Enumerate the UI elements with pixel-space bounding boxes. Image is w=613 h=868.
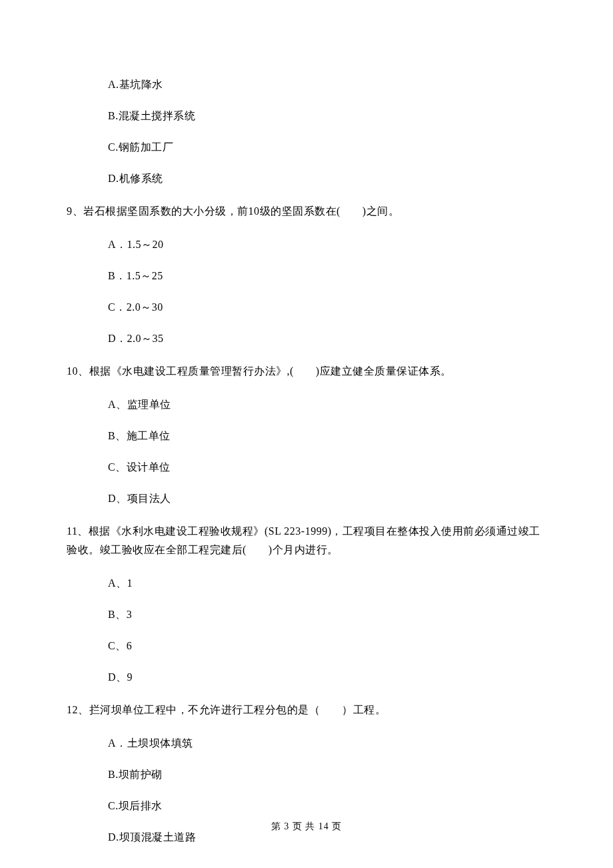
q11-option-b: B、3	[67, 607, 546, 623]
q8-option-d: D.机修系统	[67, 171, 546, 187]
q8-option-a: A.基坑降水	[67, 77, 546, 93]
q8-option-b: B.混凝土搅拌系统	[67, 108, 546, 124]
q11-text: 11、根据《水利水电建设工程验收规程》(SL 223-1999)，工程项目在整体…	[67, 522, 546, 561]
q10-option-d: D、项目法人	[67, 491, 546, 507]
q9-option-d: D．2.0～35	[67, 331, 546, 347]
q10-option-c: C、设计单位	[67, 459, 546, 475]
q8-option-c: C.钢筋加工厂	[67, 139, 546, 155]
q12-text: 12、拦河坝单位工程中，不允许进行工程分包的是（ ）工程。	[67, 701, 546, 720]
page-footer: 第 3 页 共 14 页	[0, 819, 613, 833]
q9-text: 9、岩石根据坚固系数的大小分级，前10级的坚固系数在( )之间。	[67, 202, 546, 221]
q11-option-c: C、6	[67, 638, 546, 654]
q9-option-a: A．1.5～20	[67, 237, 546, 253]
q10-text: 10、根据《水电建设工程质量管理暂行办法》,( )应建立健全质量保证体系。	[67, 362, 546, 381]
q10-option-b: B、施工单位	[67, 428, 546, 444]
q12-option-c: C.坝后排水	[67, 798, 546, 814]
q11-option-a: A、1	[67, 575, 546, 591]
q9-option-b: B．1.5～25	[67, 268, 546, 284]
q12-option-a: A．土坝坝体填筑	[67, 735, 546, 751]
q11-option-d: D、9	[67, 669, 546, 685]
q10-option-a: A、监理单位	[67, 397, 546, 413]
q9-option-c: C．2.0～30	[67, 299, 546, 315]
q12-option-b: B.坝前护砌	[67, 767, 546, 783]
